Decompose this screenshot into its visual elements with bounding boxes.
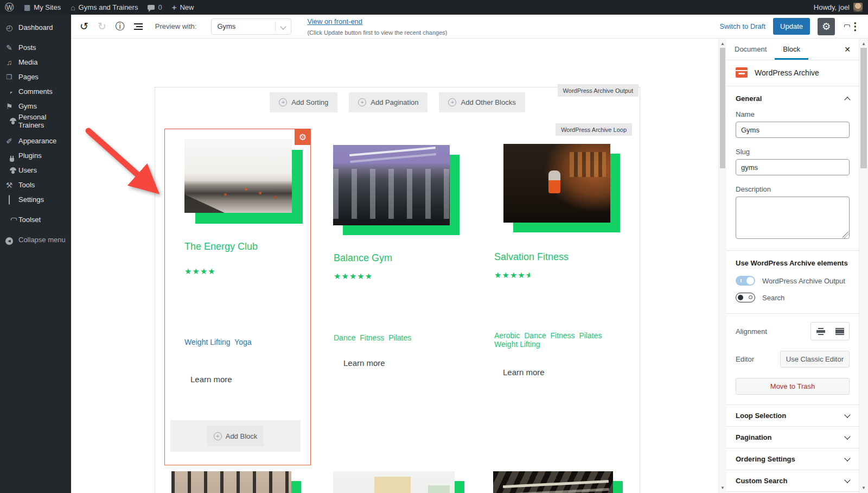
preview-with-select[interactable]: Gyms bbox=[211, 18, 291, 35]
sidebar-item-gyms[interactable]: Gyms bbox=[0, 99, 71, 113]
slug-input[interactable] bbox=[736, 159, 850, 175]
switch-to-draft-link[interactable]: Switch to Draft bbox=[720, 22, 766, 30]
gym-title[interactable]: The Energy Club bbox=[184, 241, 258, 252]
posts-icon bbox=[5, 43, 14, 52]
view-on-frontend-link[interactable]: View on front-end bbox=[307, 17, 362, 26]
sidebar-item-personal-trainers[interactable]: Personal Trainers bbox=[0, 113, 71, 128]
plus-circle-icon bbox=[214, 432, 222, 440]
settings-gear-button[interactable] bbox=[818, 18, 835, 35]
gym-card-salvation-fitness[interactable]: Salvation Fitness ★★★★★ Aerobic Dance Fi… bbox=[494, 144, 617, 448]
scrollbar-thumb[interactable] bbox=[720, 48, 725, 168]
sidebar-item-users[interactable]: Users bbox=[0, 163, 71, 178]
close-inspector-button[interactable] bbox=[836, 39, 859, 60]
sidebar-item-toolset[interactable]: Toolset bbox=[0, 212, 71, 227]
elements-heading: Use WordPress Archive elements bbox=[736, 259, 850, 267]
accordion-ordering-settings[interactable]: Ordering Settings bbox=[726, 448, 859, 470]
collapse-menu-button[interactable]: Collapse menu bbox=[0, 232, 71, 247]
sidebar-item-comments[interactable]: Comments bbox=[0, 84, 71, 99]
gym-card-energy-club[interactable]: The Energy Club ★★★★ Weight Lifting Yoga… bbox=[164, 129, 311, 465]
my-sites-label: My Sites bbox=[34, 3, 61, 11]
sidebar-item-label: Tools bbox=[18, 181, 35, 189]
accordion-loop-selection[interactable]: Loop Selection bbox=[726, 405, 859, 427]
accordion-label: Ordering Settings bbox=[736, 455, 795, 463]
gym-image-frame-row2-c bbox=[493, 471, 613, 493]
sidebar-item-settings[interactable]: Settings bbox=[0, 192, 71, 207]
sites-grid-icon bbox=[24, 3, 30, 11]
account-menu[interactable]: Howdy, joel bbox=[814, 3, 868, 12]
use-classic-editor-button[interactable]: Use Classic Editor bbox=[780, 351, 850, 368]
slug-label: Slug bbox=[736, 148, 850, 156]
align-full-button[interactable] bbox=[830, 323, 849, 340]
name-input[interactable] bbox=[736, 122, 850, 138]
move-to-trash-button[interactable]: Move to Trash bbox=[736, 378, 850, 395]
update-button[interactable]: Update bbox=[773, 18, 810, 35]
scroll-down-arrow[interactable] bbox=[859, 484, 868, 492]
sidebar-item-label: Settings bbox=[18, 195, 44, 204]
description-textarea[interactable] bbox=[736, 197, 850, 239]
gym-image-frame-row2-a bbox=[171, 471, 291, 493]
add-pagination-button[interactable]: Add Pagination bbox=[349, 92, 427, 112]
scroll-down-arrow[interactable] bbox=[719, 484, 726, 492]
accordion-custom-search[interactable]: Custom Search bbox=[726, 470, 859, 492]
new-menu[interactable]: New bbox=[167, 0, 199, 15]
more-options-kebab-icon[interactable] bbox=[850, 20, 860, 33]
gym-image-frame bbox=[184, 139, 292, 213]
sidebar-item-label: Personal Trainers bbox=[18, 113, 71, 129]
sidebar-item-posts[interactable]: Posts bbox=[0, 40, 71, 55]
add-block-button[interactable]: Add Block bbox=[207, 426, 264, 446]
site-name-menu[interactable]: Gyms and Trainers bbox=[66, 0, 143, 15]
editor-label: Editor bbox=[736, 355, 754, 363]
sidebar-item-media[interactable]: Media bbox=[0, 55, 71, 69]
collapse-menu-label: Collapse menu bbox=[18, 236, 66, 244]
search-toggle[interactable] bbox=[736, 293, 755, 302]
add-sorting-button[interactable]: Add Sorting bbox=[270, 92, 337, 112]
archive-loop-block-label: WordPress Archive Loop bbox=[556, 123, 632, 136]
archive-output-toggle[interactable] bbox=[736, 276, 755, 286]
general-panel-header[interactable]: General bbox=[736, 94, 850, 103]
outline-icon[interactable] bbox=[134, 23, 143, 30]
gym-title[interactable]: Salvation Fitness bbox=[494, 251, 569, 263]
gear-icon bbox=[822, 21, 831, 33]
accordion-pagination[interactable]: Pagination bbox=[726, 427, 859, 448]
sidebar-item-pages[interactable]: Pages bbox=[0, 69, 71, 84]
sidebar-item-label: Plugins bbox=[18, 151, 42, 160]
sidebar-item-appearance[interactable]: Appearance bbox=[0, 134, 71, 148]
comment-bubble-icon bbox=[148, 5, 155, 10]
star-rating: ★★★★ bbox=[184, 267, 220, 276]
add-block-label: Add Block bbox=[226, 432, 258, 440]
collapse-arrow-icon bbox=[5, 235, 14, 245]
gym-tags[interactable]: Dance Fitness Pilates bbox=[334, 333, 458, 342]
gym-title[interactable]: Balance Gym bbox=[334, 252, 392, 264]
comments-admin-bar[interactable]: 0 bbox=[143, 0, 167, 15]
tab-block[interactable]: Block bbox=[775, 39, 808, 60]
scroll-up-arrow[interactable] bbox=[719, 40, 726, 48]
home-icon bbox=[71, 3, 75, 12]
wordpress-logo-menu[interactable] bbox=[0, 0, 19, 15]
scrollbar-thumb[interactable] bbox=[860, 48, 867, 168]
toggle-label: WordPress Archive Output bbox=[762, 277, 845, 285]
learn-more-link[interactable]: Learn more bbox=[503, 368, 545, 377]
align-full-icon bbox=[835, 328, 844, 335]
align-wide-button[interactable] bbox=[811, 323, 830, 340]
block-settings-gear-button[interactable] bbox=[295, 129, 311, 145]
sidebar-item-dashboard[interactable]: Dashboard bbox=[0, 20, 71, 35]
info-icon[interactable] bbox=[116, 20, 125, 33]
gym-tags[interactable]: Aerobic Dance Fitness Pilates Weight Lif… bbox=[494, 331, 611, 349]
sidebar-item-plugins[interactable]: Plugins bbox=[0, 148, 71, 163]
undo-icon[interactable] bbox=[80, 20, 88, 33]
learn-more-link[interactable]: Learn more bbox=[190, 375, 232, 384]
tab-document[interactable]: Document bbox=[726, 39, 775, 60]
alignment-row: Alignment bbox=[736, 322, 850, 340]
add-other-blocks-label: Add Other Blocks bbox=[461, 98, 515, 106]
sidebar-item-tools[interactable]: Tools bbox=[0, 178, 71, 192]
redo-icon[interactable] bbox=[98, 20, 106, 33]
gym-photo-balance-gym bbox=[333, 145, 450, 225]
gym-tags[interactable]: Weight Lifting Yoga bbox=[184, 338, 298, 346]
scroll-up-arrow[interactable] bbox=[859, 40, 868, 48]
chevron-down-icon bbox=[844, 412, 850, 418]
my-sites-menu[interactable]: My Sites bbox=[19, 0, 66, 15]
editor-row: Editor Use Classic Editor bbox=[736, 351, 850, 368]
learn-more-link[interactable]: Learn more bbox=[343, 358, 385, 368]
add-other-blocks-button[interactable]: Add Other Blocks bbox=[439, 92, 525, 112]
gym-card-balance-gym[interactable]: Balance Gym ★★★★★ Dance Fitness Pilates … bbox=[333, 145, 463, 449]
